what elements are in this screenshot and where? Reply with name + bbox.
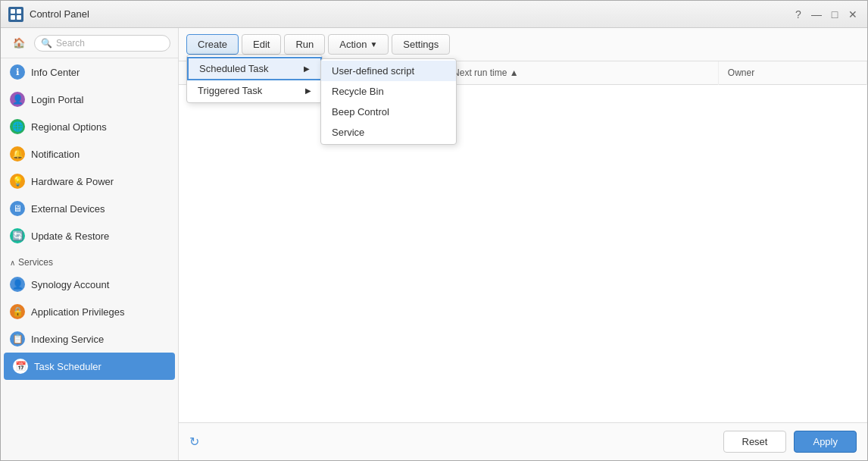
refresh-button[interactable]: ↻	[189, 434, 199, 449]
close-button[interactable]: ✕	[846, 8, 860, 21]
sidebar-item-update-restore[interactable]: 🔄 Update & Restore	[1, 222, 178, 249]
indexing-service-icon: 📋	[10, 331, 25, 347]
next-run-time-column-header[interactable]: Next run time ▲	[444, 61, 719, 85]
sidebar-item-task-scheduler[interactable]: 📅 Task Scheduler	[4, 353, 175, 380]
action-label: Action	[339, 39, 367, 50]
synology-account-icon: 👤	[10, 277, 25, 292]
external-devices-icon: 🖥	[10, 201, 25, 216]
user-defined-script-label: User-defined script	[332, 65, 414, 77]
beep-control-item[interactable]: Beep Control	[321, 102, 456, 122]
scheduled-task-submenu: User-defined script Recycle Bin Beep Con…	[320, 58, 457, 145]
user-defined-script-item[interactable]: User-defined script	[321, 61, 456, 81]
update-restore-label: Update & Restore	[31, 230, 109, 242]
services-section-header[interactable]: ∧ Services	[1, 249, 178, 271]
toolbar: Create Scheduled Task ▶ User-defined scr…	[179, 28, 867, 61]
create-dropdown-menu: Scheduled Task ▶ User-defined script Rec…	[186, 55, 323, 103]
edit-button[interactable]: Edit	[242, 34, 281, 55]
svg-rect-1	[17, 9, 21, 14]
services-label: Services	[18, 257, 53, 268]
owner-column-header: Owner	[718, 61, 866, 85]
help-button[interactable]: ?	[792, 8, 805, 21]
window-controls: ? — □ ✕	[792, 8, 860, 21]
create-button[interactable]: Create	[186, 34, 239, 55]
sidebar-search-area: 🏠 🔍	[1, 28, 178, 58]
service-label: Service	[332, 127, 364, 138]
scheduled-task-label: Scheduled Task	[199, 63, 269, 74]
apply-button[interactable]: Apply	[794, 431, 857, 453]
application-privileges-label: Application Privileges	[31, 306, 125, 318]
external-devices-label: External Devices	[31, 203, 105, 215]
search-input[interactable]	[56, 38, 164, 49]
svg-rect-0	[11, 9, 15, 14]
service-item[interactable]: Service	[321, 122, 456, 143]
recycle-bin-label: Recycle Bin	[332, 86, 384, 97]
home-icon: 🏠	[13, 37, 25, 49]
sidebar-item-hardware-power[interactable]: 💡 Hardware & Power	[1, 168, 178, 195]
action-dropdown-arrow: ▼	[370, 40, 377, 49]
sidebar-item-notification[interactable]: 🔔 Notification	[1, 140, 178, 168]
hardware-power-label: Hardware & Power	[31, 176, 114, 187]
maximize-button[interactable]: □	[828, 8, 841, 21]
scheduled-task-menu-item[interactable]: Scheduled Task ▶ User-defined script Rec…	[187, 57, 322, 80]
minimize-button[interactable]: —	[810, 8, 823, 21]
title-bar: Control Panel ? — □ ✕	[1, 1, 867, 28]
svg-rect-3	[17, 15, 21, 20]
sidebar-item-info-center[interactable]: ℹ Info Center	[1, 58, 178, 86]
window-title: Control Panel	[30, 8, 785, 20]
window-body: 🏠 🔍 ℹ Info Center 👤 Login Portal 🌐	[1, 28, 867, 460]
info-center-label: Info Center	[31, 67, 80, 78]
beep-control-label: Beep Control	[332, 106, 389, 118]
triggered-task-submenu-arrow: ▶	[305, 86, 311, 95]
services-chevron: ∧	[10, 259, 15, 267]
application-privileges-icon: 🔒	[10, 304, 25, 319]
hardware-power-icon: 💡	[10, 174, 25, 189]
control-panel-window: Control Panel ? — □ ✕ 🏠 🔍	[0, 0, 868, 461]
sidebar-item-login-portal[interactable]: 👤 Login Portal	[1, 86, 178, 113]
update-restore-icon: 🔄	[10, 228, 25, 243]
create-dropdown-container: Create Scheduled Task ▶ User-defined scr…	[186, 34, 239, 55]
owner-header-label: Owner	[728, 67, 754, 78]
login-portal-icon: 👤	[10, 92, 25, 107]
sidebar: 🏠 🔍 ℹ Info Center 👤 Login Portal 🌐	[1, 28, 179, 460]
action-button[interactable]: Action ▼	[328, 34, 389, 55]
indexing-service-label: Indexing Service	[31, 334, 104, 345]
regional-options-icon: 🌐	[10, 119, 25, 134]
notification-icon: 🔔	[10, 146, 25, 162]
sidebar-item-synology-account[interactable]: 👤 Synology Account	[1, 271, 178, 298]
task-scheduler-label: Task Scheduler	[34, 361, 101, 372]
notification-label: Notification	[31, 149, 80, 160]
sidebar-item-external-devices[interactable]: 🖥 External Devices	[1, 195, 178, 222]
main-content: Create Scheduled Task ▶ User-defined scr…	[179, 28, 867, 460]
sidebar-item-regional-options[interactable]: 🌐 Regional Options	[1, 113, 178, 140]
recycle-bin-item[interactable]: Recycle Bin	[321, 81, 456, 102]
reset-button[interactable]: Reset	[723, 431, 787, 453]
login-portal-label: Login Portal	[31, 94, 83, 105]
triggered-task-menu-item[interactable]: Triggered Task ▶	[187, 80, 322, 101]
settings-button[interactable]: Settings	[392, 34, 450, 55]
next-run-time-header-label: Next run time ▲	[453, 67, 519, 78]
task-scheduler-icon: 📅	[13, 359, 28, 374]
app-icon	[8, 7, 23, 22]
regional-options-label: Regional Options	[31, 121, 107, 133]
scheduled-task-submenu-arrow: ▶	[304, 64, 310, 73]
footer: ↻ Reset Apply	[179, 422, 867, 460]
table-area: Task Action Next run time ▲ Owner	[179, 61, 867, 422]
sidebar-home-button[interactable]: 🏠	[8, 34, 30, 52]
triggered-task-label: Triggered Task	[198, 85, 262, 96]
search-box: 🔍	[34, 35, 170, 52]
info-center-icon: ℹ	[10, 64, 25, 80]
svg-rect-2	[11, 15, 15, 20]
synology-account-label: Synology Account	[31, 279, 109, 290]
sidebar-item-indexing-service[interactable]: 📋 Indexing Service	[1, 325, 178, 353]
search-icon: 🔍	[41, 38, 52, 49]
sidebar-item-application-privileges[interactable]: 🔒 Application Privileges	[1, 298, 178, 325]
run-button[interactable]: Run	[284, 34, 325, 55]
